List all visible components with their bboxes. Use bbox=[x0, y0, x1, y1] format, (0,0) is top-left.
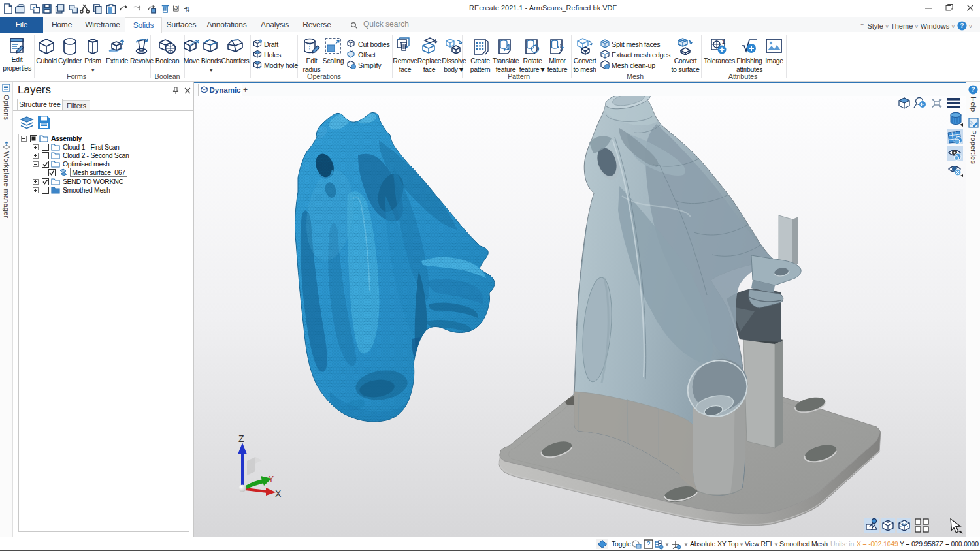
svg-text:⇅: ⇅ bbox=[184, 6, 190, 13]
svg-text:?: ? bbox=[971, 86, 975, 93]
svg-text:Y: Y bbox=[269, 475, 274, 484]
svg-text:X: X bbox=[275, 488, 282, 499]
svg-text:Z: Z bbox=[238, 433, 244, 444]
svg-text:?: ? bbox=[174, 5, 178, 11]
svg-text:?: ? bbox=[960, 22, 964, 29]
svg-text:?: ? bbox=[647, 541, 651, 548]
svg-text:1: 1 bbox=[722, 39, 725, 45]
